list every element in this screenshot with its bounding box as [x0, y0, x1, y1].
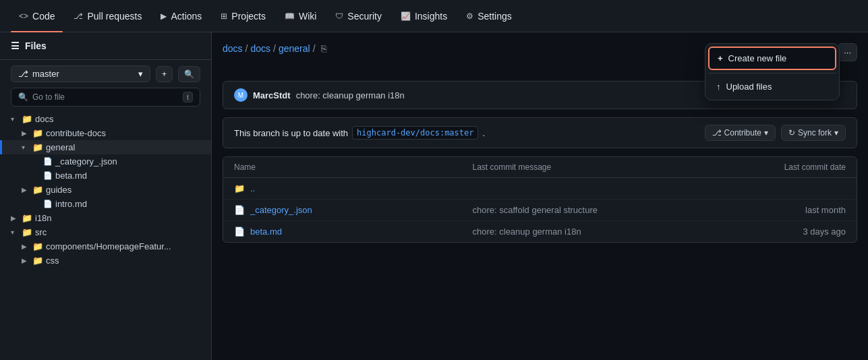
- tree-item-components[interactable]: ▶ 📁 components/HomepageFeatur...: [0, 239, 211, 253]
- folder-icon: 📁: [32, 241, 43, 251]
- nav-pull-requests-label: Pull requests: [87, 11, 142, 22]
- files-icon: ☰: [11, 40, 20, 51]
- table-row[interactable]: 📄 beta.md chore: cleanup german i18n 3 d…: [223, 221, 857, 242]
- tree-item-docs[interactable]: ▾ 📁 docs: [0, 112, 211, 126]
- code-icon: <>: [19, 11, 28, 21]
- plus-icon: +: [718, 53, 723, 63]
- nav-wiki-label: Wiki: [299, 11, 316, 22]
- tree-item-intro-md[interactable]: ▶ 📄 intro.md: [0, 197, 211, 211]
- tree-item-guides[interactable]: ▶ 📁 guides: [0, 183, 211, 197]
- branch-status-text: This branch is up to date with: [234, 128, 348, 138]
- nav-actions[interactable]: ▶ Actions: [152, 5, 210, 27]
- file-name-cell: 📄 _category_.json: [234, 205, 473, 215]
- chevron-right-icon: ▶: [22, 243, 30, 250]
- breadcrumb-sep: /: [313, 43, 316, 54]
- breadcrumb-link-general[interactable]: general: [279, 43, 310, 54]
- sidebar-header: ☰ Files: [0, 32, 211, 60]
- table-row[interactable]: 📄 _category_.json chore: scaffold genera…: [223, 200, 857, 221]
- folder-icon: 📁: [32, 256, 43, 266]
- dropdown-item-create-new-file[interactable]: + Create new file: [708, 47, 836, 70]
- folder-icon: 📁: [22, 213, 32, 223]
- commit-author: MarcStdt: [253, 90, 291, 100]
- add-file-dropdown: + Create new file ↑ Upload files: [705, 43, 840, 100]
- branch-status: This branch is up to date with highcard-…: [223, 117, 857, 148]
- tree-item-contribute-docs[interactable]: ▶ 📁 contribute-docs: [0, 126, 211, 140]
- chevron-down-icon: ▾: [11, 229, 19, 236]
- settings-icon: ⚙: [466, 11, 473, 21]
- nav-settings-label: Settings: [478, 11, 512, 22]
- tree-item-beta-md[interactable]: ▶ 📄 beta.md: [0, 169, 211, 183]
- nav-code[interactable]: <> Code: [11, 5, 63, 27]
- nav-insights[interactable]: 📈 Insights: [393, 5, 455, 27]
- contribute-button[interactable]: ⎇ Contribute ▾: [705, 125, 776, 141]
- nav-insights-label: Insights: [415, 11, 447, 22]
- nav-security-label: Security: [347, 11, 382, 22]
- branch-actions: ⎇ Contribute ▾ ↻ Sync fork ▾: [705, 125, 846, 141]
- table-row[interactable]: 📁 ..: [223, 178, 857, 200]
- sidebar: ☰ Files ⎇ master ▾ + 🔍 🔍 Go to file t ▾ …: [0, 32, 212, 360]
- file-table: Name Last commit message Last commit dat…: [223, 156, 857, 243]
- chevron-down-icon: ▾: [22, 144, 30, 151]
- avatar-letter: M: [238, 92, 243, 99]
- date-cell: 3 days ago: [711, 227, 846, 237]
- sidebar-title-label: Files: [25, 40, 47, 51]
- dropdown-item-upload-files[interactable]: ↑ Upload files: [708, 76, 836, 97]
- file-search-box[interactable]: 🔍 Go to file t: [11, 88, 200, 107]
- col-date-header: Last commit date: [711, 162, 846, 172]
- avatar: M: [234, 88, 248, 102]
- branch-name: master: [32, 69, 59, 79]
- security-icon: 🛡: [335, 11, 343, 21]
- file-name-cell: 📁 ..: [234, 183, 473, 193]
- folder-icon: 📁: [22, 227, 32, 237]
- nav-settings[interactable]: ⚙ Settings: [458, 5, 520, 27]
- main-content: docs / docs / general / ⎘ Add file ▾ ···…: [212, 32, 868, 360]
- nav-pull-requests[interactable]: ⎇ Pull requests: [65, 5, 150, 27]
- file-name-cell: 📄 beta.md: [234, 227, 473, 237]
- breadcrumb-link-docs[interactable]: docs: [223, 43, 243, 54]
- more-options-button[interactable]: ···: [838, 43, 857, 61]
- tree-item-src[interactable]: ▾ 📁 src: [0, 225, 211, 239]
- dropdown-divider: [708, 73, 836, 73]
- top-nav: <> Code ⎇ Pull requests ▶ Actions ⊞ Proj…: [0, 0, 868, 32]
- search-sidebar-btn[interactable]: 🔍: [178, 66, 200, 82]
- tree-item-i18n[interactable]: ▶ 📁 i18n: [0, 211, 211, 225]
- insights-icon: 📈: [401, 11, 411, 21]
- search-shortcut: t: [183, 92, 193, 102]
- tree-label-css: css: [46, 256, 59, 266]
- nav-projects[interactable]: ⊞ Projects: [212, 5, 274, 27]
- tree-label-intro-md: intro.md: [55, 199, 87, 209]
- branch-icon: ⎇: [18, 69, 28, 79]
- nav-wiki[interactable]: 📖 Wiki: [277, 5, 324, 27]
- copy-path-button[interactable]: ⎘: [321, 43, 326, 54]
- folder-icon: 📁: [22, 114, 32, 124]
- file-icon: 📄: [43, 171, 53, 180]
- table-header: Name Last commit message Last commit dat…: [223, 157, 857, 178]
- tree-item-category-json[interactable]: ▶ 📄 _category_.json: [0, 154, 211, 169]
- breadcrumb-link-docs2[interactable]: docs: [250, 43, 270, 54]
- search-icon: 🔍: [18, 92, 28, 102]
- branch-link[interactable]: highcard-dev/docs:master: [352, 126, 478, 140]
- sync-fork-button[interactable]: ↻ Sync fork ▾: [781, 125, 846, 141]
- date-cell: last month: [711, 205, 846, 215]
- chevron-right-icon: ▶: [11, 214, 19, 222]
- folder-icon: 📁: [32, 185, 43, 195]
- file-name: _category_.json: [250, 205, 312, 215]
- chevron-right-icon: ▶: [22, 257, 30, 264]
- branch-chevron: ▾: [138, 69, 143, 79]
- sidebar-title: ☰ Files: [11, 40, 47, 51]
- upload-files-label: Upload files: [726, 82, 772, 92]
- tree-item-css[interactable]: ▶ 📁 css: [0, 253, 211, 268]
- tree-label-docs: docs: [35, 114, 53, 124]
- wiki-icon: 📖: [285, 11, 295, 21]
- tree-label-i18n: i18n: [35, 213, 52, 223]
- file-tree: ▾ 📁 docs ▶ 📁 contribute-docs ▾ 📁 general…: [0, 112, 211, 268]
- folder-icon: 📁: [32, 142, 43, 152]
- branch-selector[interactable]: ⎇ master ▾: [11, 65, 150, 82]
- tree-label-beta-md: beta.md: [55, 171, 87, 181]
- nav-security[interactable]: 🛡 Security: [327, 5, 390, 27]
- contribute-chevron: ▾: [764, 128, 768, 138]
- tree-item-general[interactable]: ▾ 📁 general: [0, 140, 211, 154]
- add-file-sidebar-btn[interactable]: +: [156, 66, 173, 82]
- commit-msg-cell: chore: cleanup german i18n: [473, 227, 712, 237]
- sync-icon: ↻: [788, 128, 795, 138]
